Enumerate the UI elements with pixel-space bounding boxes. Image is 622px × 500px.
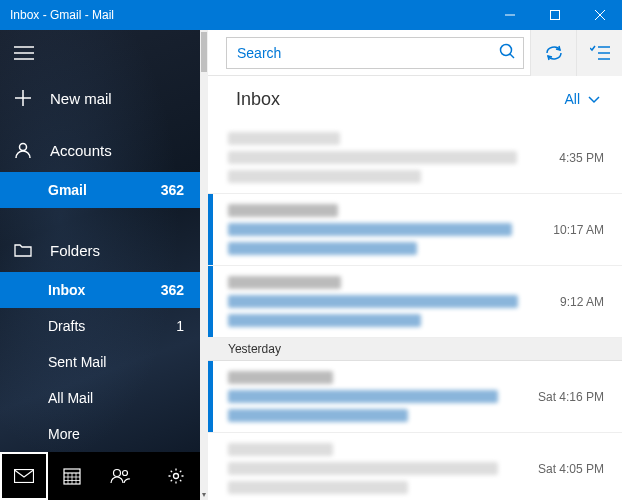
folder-icon <box>14 241 32 259</box>
search-placeholder: Search <box>237 45 499 61</box>
select-mode-button[interactable] <box>576 30 622 76</box>
searchbar: Search <box>208 30 622 76</box>
folder-more[interactable]: More <box>0 416 200 452</box>
sync-icon <box>544 44 564 62</box>
hamburger-icon <box>14 46 34 60</box>
accounts-label: Accounts <box>50 142 112 159</box>
sidebar: New mail Accounts Gmail 362 Folders Inbo… <box>0 30 200 500</box>
folder-name: Inbox <box>48 282 85 298</box>
message-list[interactable]: 4:35 PM10:17 AM9:12 AMYesterdaySat 4:16 … <box>208 122 622 500</box>
maximize-button[interactable] <box>532 0 577 30</box>
close-button[interactable] <box>577 0 622 30</box>
folder-name: All Mail <box>48 390 93 406</box>
scrollbar-down-arrow[interactable]: ▾ <box>200 488 208 500</box>
message-preview <box>208 276 550 327</box>
filter-label: All <box>564 91 580 107</box>
folders-label: Folders <box>50 242 100 259</box>
accounts-button[interactable]: Accounts <box>0 128 200 172</box>
scrollbar-thumb[interactable] <box>201 32 207 72</box>
mail-icon <box>14 469 34 483</box>
search-input[interactable]: Search <box>226 37 524 69</box>
minimize-button[interactable] <box>487 0 532 30</box>
folders-button[interactable]: Folders <box>0 228 200 272</box>
folder-name: More <box>48 426 80 442</box>
message-time: 9:12 AM <box>550 295 604 309</box>
message-preview <box>208 371 528 422</box>
list-title: Inbox <box>236 89 564 110</box>
calendar-icon <box>63 467 81 485</box>
bottom-bar <box>0 452 200 500</box>
svg-point-19 <box>123 471 128 476</box>
chevron-down-icon <box>588 91 600 107</box>
account-count: 362 <box>161 182 184 198</box>
svg-point-9 <box>20 144 27 151</box>
new-mail-label: New mail <box>50 90 112 107</box>
folder-sent-mail[interactable]: Sent Mail <box>0 344 200 380</box>
people-icon <box>109 468 131 484</box>
account-name: Gmail <box>48 182 87 198</box>
hamburger-button[interactable] <box>0 30 200 76</box>
message-time: 4:35 PM <box>549 151 604 165</box>
settings-button[interactable] <box>152 452 200 500</box>
message-preview <box>208 204 543 255</box>
message-item[interactable]: Sat 4:16 PM <box>208 361 622 433</box>
folder-name: Drafts <box>48 318 85 334</box>
scrollbar[interactable]: ▾ <box>200 30 208 500</box>
svg-point-18 <box>114 470 121 477</box>
plus-icon <box>14 89 32 107</box>
new-mail-button[interactable]: New mail <box>0 76 200 120</box>
message-preview <box>208 132 549 183</box>
message-time: 10:17 AM <box>543 223 604 237</box>
content-pane: ▾ Search Inbox All 4:35 PM10:17 AM9:12 A… <box>200 30 622 500</box>
person-icon <box>14 141 32 159</box>
list-header: Inbox All <box>208 76 622 122</box>
message-time: Sat 4:05 PM <box>528 462 604 476</box>
message-preview <box>208 443 528 494</box>
message-item[interactable]: 4:35 PM <box>208 122 622 194</box>
window-title: Inbox - Gmail - Mail <box>10 8 487 22</box>
mail-app-button[interactable] <box>0 452 48 500</box>
people-app-button[interactable] <box>96 452 144 500</box>
account-gmail[interactable]: Gmail 362 <box>0 172 200 208</box>
sync-button[interactable] <box>530 30 576 76</box>
calendar-app-button[interactable] <box>48 452 96 500</box>
search-icon <box>499 43 515 62</box>
folder-drafts[interactable]: Drafts1 <box>0 308 200 344</box>
gear-icon <box>167 467 185 485</box>
filter-button[interactable]: All <box>564 91 600 107</box>
svg-rect-1 <box>550 11 559 20</box>
message-item[interactable]: 10:17 AM <box>208 194 622 266</box>
message-item[interactable]: 9:12 AM <box>208 266 622 338</box>
message-item[interactable]: Sat 4:05 PM <box>208 433 622 500</box>
folder-count: 1 <box>176 318 184 334</box>
titlebar: Inbox - Gmail - Mail <box>0 0 622 30</box>
svg-line-22 <box>510 54 514 58</box>
date-separator: Yesterday <box>208 338 622 361</box>
select-icon <box>590 45 610 61</box>
svg-point-20 <box>174 474 179 479</box>
folder-name: Sent Mail <box>48 354 106 370</box>
folder-all-mail[interactable]: All Mail <box>0 380 200 416</box>
folder-inbox[interactable]: Inbox362 <box>0 272 200 308</box>
svg-point-21 <box>501 45 512 56</box>
message-time: Sat 4:16 PM <box>528 390 604 404</box>
folder-count: 362 <box>161 282 184 298</box>
